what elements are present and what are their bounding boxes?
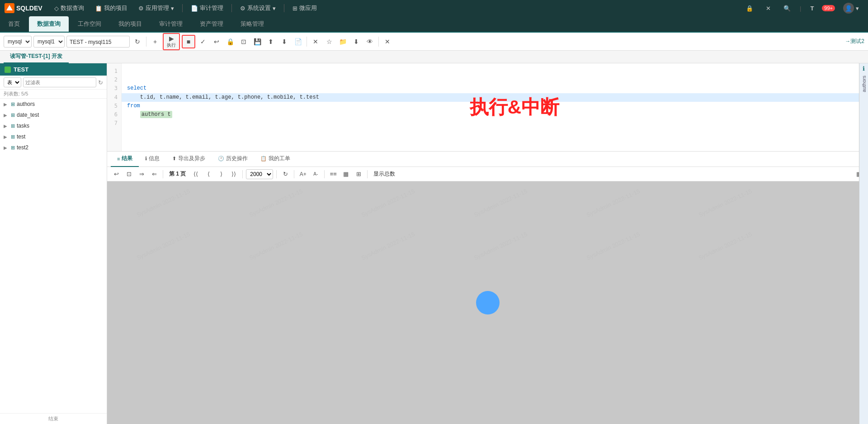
undo-button[interactable]: ↩ [211, 36, 222, 48]
line-numbers: 1 2 3 4 5 6 7 [107, 63, 122, 151]
rt-grid-btn-1[interactable]: ≡≡ [328, 169, 339, 180]
first-page-icon: ⟨⟨ [193, 171, 198, 177]
nav-divider-2 [231, 4, 232, 12]
lock-button[interactable]: 🔒 [741, 3, 758, 14]
font-button[interactable]: T [806, 3, 818, 14]
eye-toolbar-button[interactable]: 👁 [364, 36, 376, 48]
tree-item-test2[interactable]: ▶ ⊞ test2 [0, 142, 107, 153]
toolbar-right-link[interactable]: →测试2 [845, 38, 864, 45]
add-icon: + [153, 38, 157, 45]
rt-next-page[interactable]: ⟩ [216, 169, 226, 180]
check-button[interactable]: ✓ [197, 36, 209, 48]
notification-badge[interactable]: 99+ [822, 5, 835, 11]
result-tab-history[interactable]: 🕐 历史操作 [212, 152, 254, 167]
side-info-icon[interactable]: ℹ [863, 63, 865, 74]
db-select[interactable]: mysql [4, 36, 32, 48]
tab-policy-manage[interactable]: 策略管理 [232, 16, 272, 32]
stop-button[interactable]: ■ [182, 35, 195, 48]
result-icon: ≡ [117, 156, 120, 162]
rt-font-increase[interactable]: A+ [297, 169, 308, 180]
rt-btn-2[interactable]: ⊡ [123, 169, 134, 180]
star-toolbar-button[interactable]: ☆ [323, 36, 335, 48]
tree-item-date-test[interactable]: ▶ ⊞ date_test [0, 110, 107, 120]
download-toolbar-button[interactable]: ⬇ [350, 36, 362, 48]
editor-tab[interactable]: 读写管-TEST-[1] 开发 [4, 51, 69, 63]
rt-last-page[interactable]: ⟩⟩ [228, 169, 239, 180]
conn-select[interactable]: mysql1 [33, 36, 65, 48]
grid-watermark-3: SysAdmin 2022-11-15 [360, 188, 416, 219]
tree-item-test[interactable]: ▶ ⊞ test [0, 131, 107, 142]
rt-btn-4[interactable]: ⇐ [149, 169, 160, 180]
nav-divider-right: | [800, 5, 801, 12]
doc-toolbar-button[interactable]: 📄 [292, 36, 304, 48]
lock-toolbar-button[interactable]: 🔒 [224, 36, 236, 48]
close-button[interactable]: ✕ [761, 3, 775, 14]
export-toolbar-button[interactable]: ⬆ [265, 36, 277, 48]
rt-btn-1[interactable]: ↩ [111, 169, 122, 180]
table-icon-test: ⊞ [11, 134, 15, 140]
rt-icon-2: ⊡ [127, 171, 132, 177]
save-toolbar-button[interactable]: 💾 [251, 36, 263, 48]
nav-sys-settings[interactable]: ⚙ 系统设置 ▾ [236, 2, 280, 14]
tree-label-test2: test2 [17, 144, 28, 151]
tree-item-authors[interactable]: ▶ ⊞ authors [0, 99, 107, 110]
delete-toolbar-button[interactable]: ✕ [310, 36, 321, 48]
rt-font-decrease[interactable]: A- [310, 169, 321, 180]
copy-toolbar-button[interactable]: ⊡ [238, 36, 250, 48]
rt-btn-3[interactable]: ⇒ [136, 169, 147, 180]
nav-app-manage[interactable]: ⚙ 应用管理 ▾ [134, 2, 179, 14]
result-tab-export[interactable]: ⬆ 导出及异步 [166, 152, 212, 167]
avatar-button[interactable]: 👤 ▾ [839, 1, 863, 15]
sidebar-footer: 结束 [0, 413, 107, 424]
search-button[interactable]: 🔍 [779, 3, 795, 14]
nav-data-query[interactable]: ◇ 数据查询 [50, 2, 89, 14]
table-icon-date-test: ⊞ [11, 112, 15, 118]
font-decrease-icon: A- [313, 172, 318, 176]
nav-micro-app[interactable]: ⊞ 微应用 [288, 2, 321, 14]
sidebar-refresh-button[interactable]: ↻ [98, 79, 103, 86]
export-tab-label: 导出及异步 [178, 155, 205, 162]
info-tab-icon: ℹ [145, 156, 147, 162]
history-tab-icon: 🕐 [218, 156, 224, 162]
tab-data-query[interactable]: 数据查询 [29, 16, 69, 32]
rt-first-page[interactable]: ⟨⟨ [190, 169, 201, 180]
rt-prev-page[interactable]: ⟨ [203, 169, 214, 180]
tasks-tab-icon: 📋 [260, 156, 267, 162]
refresh-button[interactable]: ↻ [132, 36, 143, 48]
play-icon: ▶ [169, 35, 174, 42]
grid-view-icon: ▦ [343, 171, 349, 177]
rt-refresh[interactable]: ↻ [280, 169, 291, 180]
diamond-icon: ◇ [54, 5, 59, 12]
tab-workspace[interactable]: 工作空间 [70, 16, 109, 32]
rt-page-size-select[interactable]: 2000 [246, 169, 273, 179]
editor-tab-row: 读写管-TEST-[1] 开发 [0, 51, 868, 63]
result-tab-info[interactable]: ℹ 信息 [139, 152, 166, 167]
code-content[interactable]: select t.id, t.name, t.email, t.age, t.p… [122, 63, 868, 151]
import-toolbar-button[interactable]: ⬇ [278, 36, 290, 48]
rt-show-total[interactable]: 显示总数 [371, 170, 398, 178]
delete-x-icon: ✕ [313, 38, 318, 45]
tab-asset-manage[interactable]: 资产管理 [192, 16, 231, 32]
rt-divider-2 [242, 170, 243, 178]
grid-watermark-1: SysAdmin 2022-11-15 [136, 188, 191, 219]
tab-home[interactable]: 首页 [0, 16, 28, 32]
more-toolbar-button[interactable]: ✕ [382, 36, 393, 48]
nav-audit-manage[interactable]: 📄 审计管理 [186, 2, 228, 14]
sidebar-filter-input[interactable] [23, 77, 96, 87]
folder-toolbar-button[interactable]: 📁 [337, 36, 349, 48]
sidebar-type-select[interactable]: 表 [4, 77, 21, 87]
results-grid: SysAdmin 2022-11-15 SysAdmin 2022-11-15 … [107, 181, 868, 424]
rt-grid-btn-2[interactable]: ▦ [340, 169, 351, 180]
logo-text: SQLDEV [16, 5, 42, 12]
line-num-5: 5 [111, 102, 118, 110]
tree-item-tasks[interactable]: ▶ ⊞ tasks [0, 120, 107, 131]
tab-my-project[interactable]: 我的项目 [110, 16, 150, 32]
last-page-icon: ⟩⟩ [231, 171, 236, 177]
result-tab-result[interactable]: ≡ 结果 [111, 152, 139, 167]
tab-audit-manage[interactable]: 审计管理 [151, 16, 191, 32]
run-button[interactable]: ▶ 执行 [163, 33, 180, 50]
nav-my-project[interactable]: 📋 我的项目 [90, 2, 132, 14]
result-tab-tasks[interactable]: 📋 我的工单 [254, 152, 297, 167]
add-button[interactable]: + [149, 36, 161, 48]
rt-grid-btn-3[interactable]: ⊞ [353, 169, 364, 180]
